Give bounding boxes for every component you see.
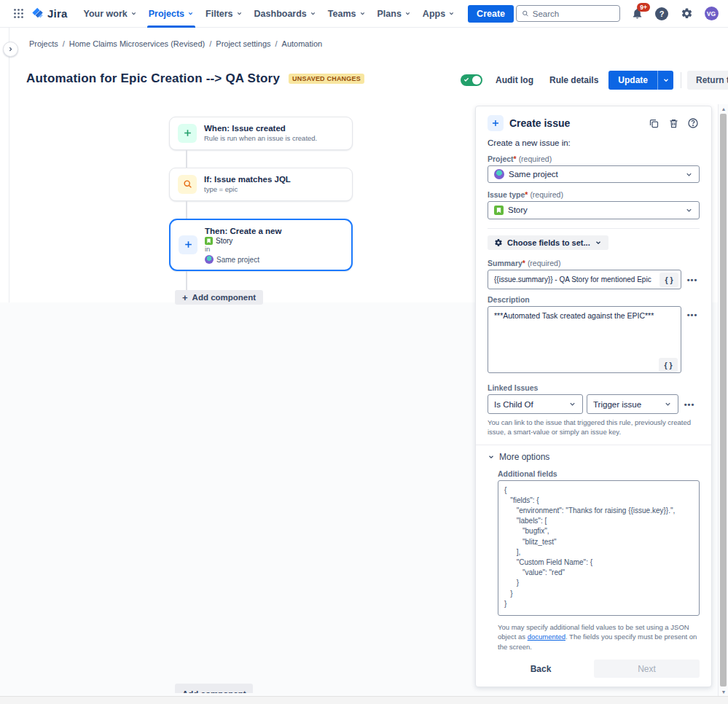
app-switcher-icon[interactable] — [9, 4, 28, 23]
primary-nav: Your work Projects Filters Dashboards Te… — [78, 0, 461, 28]
condition-card[interactable]: If: Issue matches JQL type = epic — [169, 168, 353, 201]
scroll-up-icon[interactable]: ▲ — [719, 104, 728, 113]
trigger-subtitle: Rule is run when an issue is created. — [204, 134, 317, 144]
issue-type-select[interactable]: Story — [488, 201, 700, 219]
summary-more-actions-icon[interactable]: ••• — [685, 275, 700, 284]
chevron-down-icon — [664, 400, 672, 408]
link-target-select[interactable]: Trigger issue — [587, 394, 678, 414]
panel-intro-text: Create a new issue in: — [488, 138, 700, 147]
linked-issues-label: Linked Issues — [488, 383, 700, 392]
nav-item-dashboards[interactable]: Dashboards — [248, 0, 322, 28]
link-target-value: Trigger issue — [593, 400, 641, 409]
settings-button[interactable] — [678, 6, 694, 22]
add-component-button-clipped[interactable]: Add component — [175, 684, 253, 693]
project-avatar — [205, 255, 214, 264]
chevron-down-icon — [595, 239, 602, 246]
flow-connector — [186, 271, 187, 290]
chevron-down-icon — [404, 10, 411, 17]
trash-icon — [668, 118, 679, 129]
project-select-value: Same project — [509, 170, 558, 179]
horizontal-scrollbar[interactable] — [0, 696, 728, 704]
additional-fields-textarea[interactable]: { "fields": { "environment": "Thanks for… — [498, 480, 700, 616]
vertical-scrollbar[interactable]: ▲ ▼ — [718, 104, 728, 696]
search-input[interactable] — [533, 9, 614, 18]
expand-sidebar-button[interactable] — [3, 42, 18, 57]
rule-header-actions: Audit log Rule details Update Return to … — [461, 71, 728, 90]
chevron-down-icon — [488, 453, 495, 461]
linked-issues-more-actions-icon[interactable]: ••• — [682, 400, 697, 409]
return-to-rules-button[interactable]: Return to rules — [687, 71, 728, 90]
action-plus-icon — [179, 235, 197, 254]
search-icon — [522, 9, 529, 17]
scroll-down-icon[interactable]: ▼ — [719, 687, 728, 696]
summary-input[interactable] — [488, 270, 681, 289]
rule-details-button[interactable]: Rule details — [544, 72, 604, 88]
check-icon — [463, 77, 469, 82]
link-type-value: Is Child Of — [494, 400, 533, 409]
update-split-button: Update — [608, 71, 673, 90]
question-circle-icon — [687, 117, 699, 129]
documented-link[interactable]: documented — [528, 633, 565, 641]
nav-item-your-work[interactable]: Your work — [78, 0, 143, 28]
story-icon — [494, 206, 504, 215]
link-type-select[interactable]: Is Child Of — [488, 394, 583, 414]
description-textarea[interactable]: ***Automated Task created against the EP… — [488, 306, 681, 373]
smart-values-button[interactable]: { } — [659, 273, 678, 287]
copy-icon — [649, 118, 659, 129]
more-options-toggle[interactable]: More options — [488, 452, 700, 462]
jira-logo-icon — [31, 7, 44, 20]
create-issue-panel: Create issue Create a new issue in: Proj… — [475, 106, 712, 687]
notifications-button[interactable]: 9+ — [629, 6, 645, 22]
chevron-right-icon — [7, 46, 14, 52]
trigger-card[interactable]: When: Issue created Rule is run when an … — [169, 117, 353, 150]
nav-item-filters[interactable]: Filters — [200, 0, 248, 28]
action-card[interactable]: Then: Create a new Story in Same project — [169, 219, 353, 272]
component-help-button[interactable] — [686, 117, 700, 130]
nav-item-plans[interactable]: Plans — [372, 0, 417, 28]
duplicate-action-button[interactable] — [647, 117, 660, 130]
gear-icon — [681, 7, 693, 20]
back-button[interactable]: Back — [488, 664, 594, 674]
nav-item-apps[interactable]: Apps — [417, 0, 461, 28]
breadcrumb-projects[interactable]: Projects — [29, 39, 58, 48]
rule-flow-canvas: When: Issue created Rule is run when an … — [169, 117, 353, 305]
linked-issues-help: You can link to the issue that triggered… — [488, 418, 700, 437]
nav-item-projects[interactable]: Projects — [143, 0, 200, 28]
action-in-label: in — [205, 245, 281, 254]
action-title: Then: Create a new — [205, 226, 281, 237]
help-button[interactable]: ? — [654, 6, 670, 22]
user-avatar: VG — [705, 7, 719, 20]
delete-action-button[interactable] — [667, 117, 680, 130]
audit-log-button[interactable]: Audit log — [490, 72, 539, 88]
help-icon: ? — [655, 7, 668, 20]
breadcrumb-project-name[interactable]: Home Claims Microservices (Revised) — [69, 39, 205, 48]
create-button[interactable]: Create — [468, 5, 514, 23]
additional-fields-label: Additional fields — [498, 469, 700, 478]
breadcrumb-automation[interactable]: Automation — [282, 39, 323, 48]
jira-logo[interactable]: Jira — [31, 7, 68, 20]
update-options-button[interactable] — [657, 71, 673, 90]
breadcrumb-project-settings[interactable]: Project settings — [216, 39, 270, 48]
description-more-actions-icon[interactable]: ••• — [685, 310, 700, 319]
choose-fields-button[interactable]: Choose fields to set... — [488, 235, 608, 251]
description-field-label: Description — [488, 295, 700, 304]
chevron-down-icon — [662, 77, 670, 84]
smart-values-button[interactable]: { } — [659, 358, 678, 372]
create-issue-plus-icon — [488, 115, 504, 131]
story-icon — [205, 237, 213, 245]
profile-button[interactable]: VG — [703, 6, 719, 22]
rule-enabled-toggle[interactable] — [461, 74, 482, 86]
global-search[interactable] — [516, 5, 620, 22]
notification-count-badge: 9+ — [637, 3, 650, 12]
update-button[interactable]: Update — [608, 71, 657, 90]
project-select[interactable]: Same project — [488, 165, 700, 183]
chevron-down-icon — [310, 10, 316, 17]
more-options-section: More options Additional fields { "fields… — [476, 445, 711, 652]
chevron-down-icon — [187, 10, 194, 17]
issue-type-select-value: Story — [508, 206, 528, 214]
nav-item-teams[interactable]: Teams — [322, 0, 372, 28]
next-button[interactable]: Next — [594, 660, 700, 678]
flow-connector — [186, 150, 187, 168]
add-component-button[interactable]: + Add component — [175, 290, 263, 305]
vertical-scrollbar-thumb[interactable] — [720, 114, 727, 687]
